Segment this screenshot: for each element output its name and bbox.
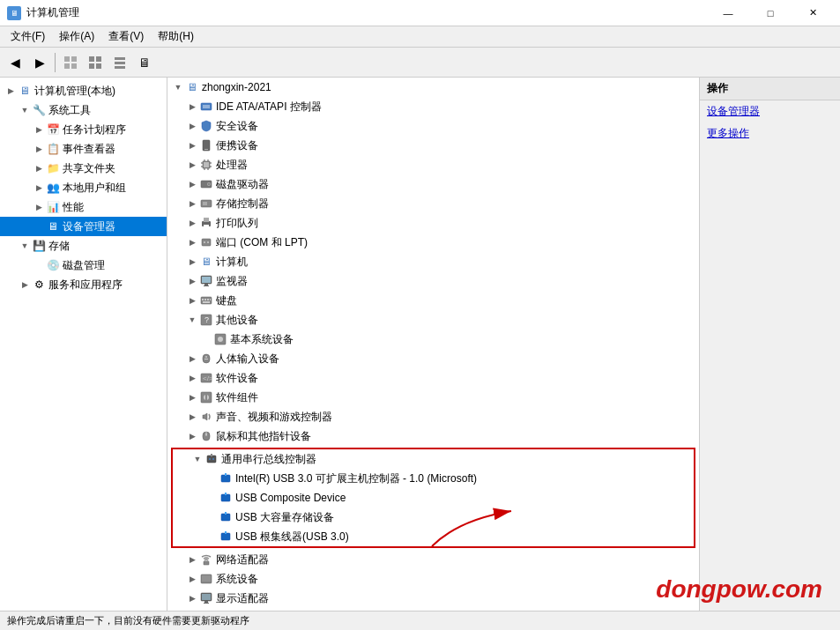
center-otherdev[interactable]: ▼ ? 其他设备 [167, 310, 699, 330]
svg-rect-39 [204, 285, 209, 286]
arrow-basicsys [199, 332, 213, 346]
center-keyboard[interactable]: ▶ 键盘 [167, 291, 699, 310]
left-item-disk[interactable]: 💿 磁盘管理 [0, 256, 167, 275]
arrow-users: ▶ [32, 181, 46, 195]
arrow-diskdrive: ▶ [185, 177, 199, 191]
center-basicsys[interactable]: 基本系统设备 [167, 330, 699, 349]
arrow-otherdev: ▼ [185, 313, 199, 327]
label-usb-hub: USB 根集线器(USB 3.0) [235, 530, 349, 545]
svg-rect-8 [115, 57, 125, 60]
icon-hid [199, 352, 213, 366]
title-controls[interactable]: — □ ✕ [708, 0, 833, 26]
svg-rect-3 [71, 63, 77, 69]
left-item-shared[interactable]: ▶ 📁 共享文件夹 [0, 159, 167, 178]
svg-rect-1 [71, 56, 77, 62]
right-panel-title: 操作 [700, 78, 840, 100]
label-event: 事件查看器 [63, 142, 115, 157]
center-panel: ▼ 🖥 zhongxin-2021 ▶ IDE ATA/ATAPI 控制器 ▶ … [167, 78, 699, 611]
help-button[interactable]: 🖥 [133, 51, 156, 74]
svg-rect-61 [207, 456, 216, 463]
label-otherdev: 其他设备 [216, 313, 258, 328]
arrow-usbctrl: ▼ [190, 452, 204, 466]
arrow-mouse: ▶ [185, 429, 199, 443]
center-print[interactable]: ▶ 打印队列 [167, 213, 699, 233]
svg-rect-10 [115, 66, 125, 69]
right-item-devmgr[interactable]: 设备管理器 [700, 100, 840, 122]
icon-monitor [199, 274, 213, 288]
label-storage: 存储 [48, 239, 70, 254]
menu-file[interactable]: 文件(F) [4, 27, 52, 47]
left-item-computer-mgmt[interactable]: ▶ 🖥 计算机管理(本地) [0, 81, 167, 100]
menu-view[interactable]: 查看(V) [101, 27, 151, 47]
svg-rect-66 [225, 473, 227, 476]
label-sysdev: 系统设备 [216, 572, 258, 587]
toolbar: ◀ ▶ 🖥 [0, 48, 840, 78]
arrow-computer: ▶ [185, 255, 199, 269]
back-button[interactable]: ◀ [4, 51, 26, 74]
center-computer[interactable]: ▶ 🖥 计算机 [167, 252, 699, 271]
label-keyboard: 键盘 [216, 293, 237, 308]
menu-help[interactable]: 帮助(H) [151, 27, 201, 47]
right-item-more[interactable]: 更多操作 [700, 122, 840, 145]
svg-point-63 [209, 458, 211, 460]
icon-services: ⚙ [32, 278, 46, 292]
center-softcomp[interactable]: ▶ 软件组件 [167, 388, 699, 407]
close-button[interactable]: ✕ [792, 0, 833, 26]
center-sysdev[interactable]: ▶ 系统设备 [167, 569, 699, 589]
arrow-task: ▶ [32, 122, 46, 137]
center-usb-intel[interactable]: Intel(R) USB 3.0 可扩展主机控制器 - 1.0 (Microso… [173, 469, 694, 488]
svg-rect-0 [64, 56, 70, 62]
label-storagectrl: 存储控制器 [216, 196, 269, 211]
svg-rect-69 [221, 514, 230, 521]
center-mouse[interactable]: ▶ 鼠标和其他指针设备 [167, 426, 699, 446]
svg-text:?: ? [204, 315, 209, 324]
left-item-perf[interactable]: ▶ 📊 性能 [0, 197, 167, 217]
maximize-button[interactable]: □ [750, 0, 791, 26]
icon-portable [199, 138, 213, 152]
label-task: 任务计划程序 [63, 122, 126, 137]
left-item-services[interactable]: ▶ ⚙ 服务和应用程序 [0, 275, 167, 294]
svg-point-60 [205, 434, 207, 435]
center-softdev[interactable]: ▶ </> 软件设备 [167, 368, 699, 388]
label-softcomp: 软件组件 [216, 390, 258, 405]
svg-rect-2 [64, 63, 70, 69]
left-item-system-tools[interactable]: ▼ 🔧 系统工具 [0, 100, 167, 120]
arrow-monitor: ▶ [185, 274, 199, 288]
window-title: 计算机管理 [26, 5, 79, 20]
center-storagectrl[interactable]: ▶ 存储控制器 [167, 194, 699, 213]
left-item-event[interactable]: ▶ 📋 事件查看器 [0, 139, 167, 159]
center-display[interactable]: ▶ 显示适配器 [167, 589, 699, 608]
forward-button[interactable]: ▶ [28, 51, 51, 74]
icon-usb-intel [219, 471, 233, 485]
center-monitor[interactable]: ▶ 监视器 [167, 271, 699, 291]
arrow-devmgr [32, 219, 46, 233]
view-btn-3[interactable] [108, 51, 131, 74]
center-com[interactable]: ▶ 端口 (COM 和 LPT) [167, 233, 699, 252]
left-item-task[interactable]: ▶ 📅 任务计划程序 [0, 120, 167, 139]
center-security[interactable]: ▶ 安全设备 [167, 116, 699, 136]
svg-rect-62 [211, 454, 212, 456]
menu-action[interactable]: 操作(A) [52, 27, 101, 47]
icon-computer-node: 🖥 [199, 255, 213, 269]
left-item-users[interactable]: ▶ 👥 本地用户和组 [0, 178, 167, 197]
svg-rect-33 [202, 239, 211, 246]
minimize-button[interactable]: — [708, 0, 748, 26]
center-hid[interactable]: ▶ 人体输入设备 [167, 349, 699, 368]
left-item-devmgr[interactable]: 🖥 设备管理器 [0, 217, 167, 236]
center-processor[interactable]: ▶ 处理器 [167, 155, 699, 174]
icon-softcomp [199, 390, 213, 404]
arrow-softdev: ▶ [185, 371, 199, 385]
view-btn-2[interactable] [84, 51, 107, 74]
label-usbctrl: 通用串行总线控制器 [221, 452, 316, 467]
svg-point-64 [212, 458, 214, 460]
arrow-processor: ▶ [185, 158, 199, 172]
center-audio[interactable]: ▶ 声音、视频和游戏控制器 [167, 407, 699, 426]
center-usbctrl[interactable]: ▼ 通用串行总线控制器 [173, 449, 694, 469]
center-diskdrive[interactable]: ▶ 磁盘驱动器 [167, 174, 699, 194]
center-root[interactable]: ▼ 🖥 zhongxin-2021 [167, 78, 699, 97]
center-ide[interactable]: ▶ IDE ATA/ATAPI 控制器 [167, 97, 699, 116]
left-item-storage[interactable]: ▼ 💾 存储 [0, 236, 167, 256]
center-portable[interactable]: ▶ 便携设备 [167, 136, 699, 155]
left-tree: ▶ 🖥 计算机管理(本地) ▼ 🔧 系统工具 ▶ 📅 任务计划程序 ▶ 📋 事件… [0, 78, 167, 298]
view-btn-1[interactable] [59, 51, 82, 74]
